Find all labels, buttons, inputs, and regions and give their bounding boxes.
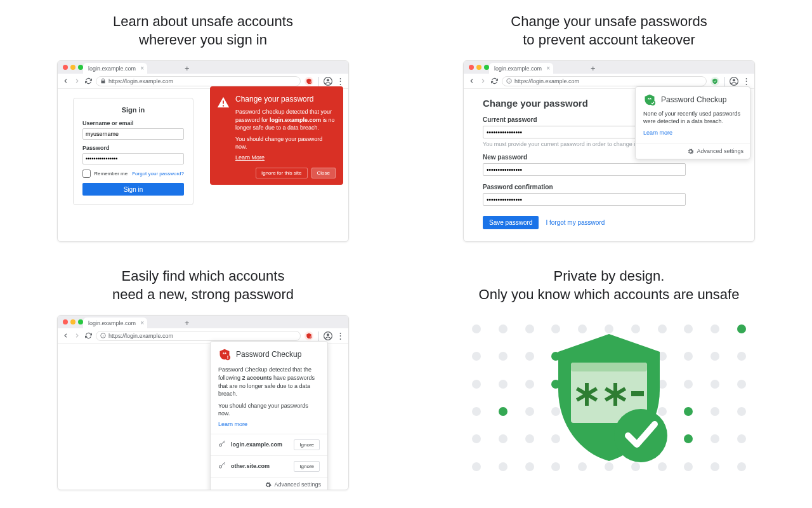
forward-button[interactable] [73,332,81,340]
window-controls[interactable] [63,319,83,324]
password-checkup-extension-icon[interactable] [710,77,719,86]
window-controls[interactable] [469,65,489,70]
save-password-button[interactable]: Save password [483,216,539,229]
svg-rect-17 [571,363,647,371]
window-controls[interactable] [63,65,83,70]
maximize-window-icon[interactable] [78,65,83,70]
kebab-menu-icon[interactable]: ⋮ [336,331,344,340]
ignore-site-button[interactable]: Ignore for this site [256,168,308,178]
tab-strip: login.example.com× + [58,316,348,328]
popup-title: Password Checkup [661,95,726,104]
browser-tab[interactable]: login.example.com × [83,63,147,74]
url-text: https://login.example.com [108,333,173,339]
gear-icon [265,481,272,488]
tab-close-icon[interactable]: × [546,65,550,72]
address-bar[interactable]: https://login.example.com [96,331,301,341]
confirm-password-label: Password confirmation [483,184,735,190]
svg-point-14 [219,444,222,446]
account-icon[interactable] [324,77,332,86]
forward-button[interactable] [479,77,487,85]
tab-close-icon[interactable]: × [140,65,144,72]
caption-4: Private by design.Only you know which ac… [479,267,740,304]
svg-point-15 [219,465,222,468]
alert-body: Password Checkup detected that your pass… [235,108,336,131]
popup-body-text: None of your recently used passwords wer… [643,110,742,125]
gear-icon [687,148,694,155]
password-checkup-extension-icon[interactable] [304,331,313,340]
minimize-window-icon[interactable] [70,319,75,324]
caption-2: Change your unsafe passwordsto prevent a… [511,13,707,49]
password-checkup-alert-icon: ** [218,348,231,361]
browser-window-2: login.example.com× + https://login.examp… [463,60,755,242]
tab-strip: login.example.com × + [58,61,348,74]
forgot-password-link[interactable]: Forgot your password? [132,171,184,177]
privacy-illustration [463,315,755,480]
browser-window-1: login.example.com × + https://login.exam… [57,60,349,242]
forward-button[interactable] [73,77,81,85]
kebab-menu-icon[interactable]: ⋮ [336,76,344,86]
back-button[interactable] [62,77,69,85]
password-input[interactable] [82,153,184,164]
advanced-settings-link[interactable]: Advanced settings [211,477,327,491]
separator: | [317,330,320,342]
learn-more-link[interactable]: Learn more [643,129,742,137]
close-alert-button[interactable]: Close [311,168,336,178]
maximize-window-icon[interactable] [484,65,489,70]
forgot-password-link[interactable]: I forgot my password [546,219,605,226]
signin-button[interactable]: Sign in [82,183,184,196]
account-count: 2 accounts [242,375,272,381]
address-bar[interactable]: https://login.example.com [502,76,707,86]
remember-me-checkbox[interactable]: Remember me [82,170,128,178]
ignore-button[interactable]: Ignore [294,461,320,472]
password-checkup-icon: ** [643,93,656,106]
tab-title: login.example.com [494,65,542,72]
reload-button[interactable] [84,77,92,85]
minimize-window-icon[interactable] [476,65,481,70]
close-window-icon[interactable] [469,65,474,70]
new-tab-button[interactable]: + [591,64,596,73]
browser-tab[interactable]: login.example.com× [489,63,553,74]
caption-1: Learn about unsafe accountswherever you … [113,13,293,49]
browser-window-3: login.example.com× + https://login.examp… [57,315,349,490]
tab-close-icon[interactable]: × [140,319,144,326]
tab-strip: login.example.com× + [464,61,754,74]
new-password-input[interactable] [483,163,686,176]
svg-point-5 [733,79,735,81]
popup-body-2: You should change your passwords now. [218,402,320,418]
minimize-window-icon[interactable] [70,65,75,70]
reload-button[interactable] [84,332,92,340]
account-name: login.example.com [231,441,289,448]
account-name: other.site.com [231,463,289,469]
new-tab-button[interactable]: + [185,64,190,73]
account-icon[interactable] [730,77,738,86]
key-icon [218,462,226,470]
maximize-window-icon[interactable] [78,319,83,324]
close-window-icon[interactable] [63,319,68,324]
reload-button[interactable] [490,77,498,85]
password-label: Password [82,145,184,151]
separator: | [723,76,726,87]
account-row: other.site.com Ignore [211,455,327,477]
advanced-settings-link[interactable]: Advanced settings [636,144,750,159]
key-icon [218,441,226,448]
back-button[interactable] [468,77,475,85]
kebab-menu-icon[interactable]: ⋮ [742,76,750,86]
svg-point-2 [327,79,329,81]
account-icon[interactable] [324,331,332,340]
warning-triangle-icon [216,95,230,109]
confirm-password-input[interactable] [483,193,686,206]
browser-tab[interactable]: login.example.com× [83,318,147,328]
address-bar[interactable]: https://login.example.com [96,76,301,86]
signin-heading: Sign in [82,106,184,114]
learn-more-link[interactable]: Learn More [235,154,265,161]
learn-more-link[interactable]: Learn more [218,420,320,429]
tab-title: login.example.com [88,320,136,326]
ignore-button[interactable]: Ignore [294,439,320,450]
back-button[interactable] [62,332,69,340]
close-window-icon[interactable] [63,65,68,70]
alert-body-2: You should change your password now. [235,135,336,150]
password-checkup-extension-icon[interactable] [304,77,313,86]
new-tab-button[interactable]: + [185,318,190,328]
url-text: https://login.example.com [514,78,579,84]
username-input[interactable] [82,128,184,140]
